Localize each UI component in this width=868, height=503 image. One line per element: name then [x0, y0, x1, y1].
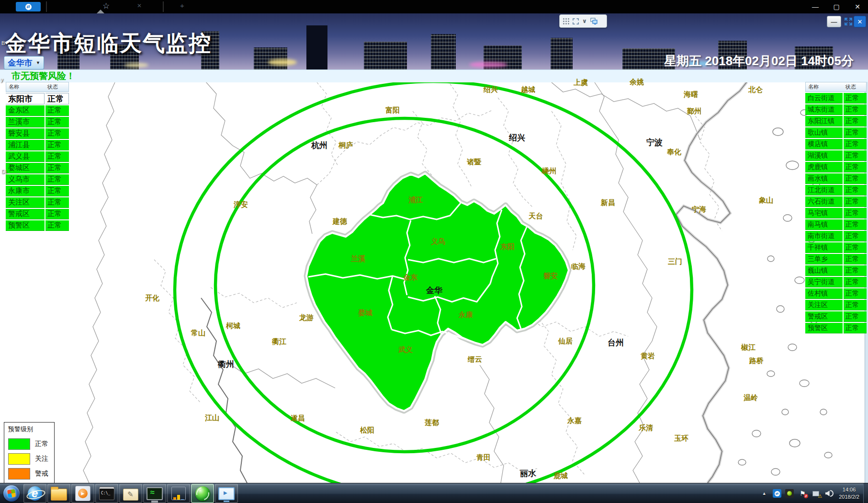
table-row[interactable]: 兰溪市 正常 — [6, 117, 69, 127]
map-label: 北仑 — [748, 85, 763, 94]
table-row[interactable]: 磐安县 正常 — [6, 128, 69, 139]
map-city-label: 绍兴 — [509, 132, 525, 143]
row-name: 南马镇 — [805, 219, 843, 230]
row-status: 正常 — [844, 311, 867, 322]
skyline-building — [254, 47, 287, 69]
new-tab-icon[interactable]: + — [180, 1, 184, 10]
grid-icon[interactable] — [563, 18, 569, 24]
coastline — [676, 82, 747, 483]
row-name: 关注区 — [805, 300, 843, 310]
table-row[interactable]: 虎鹿镇 正常 — [805, 162, 867, 172]
volume-icon[interactable] — [824, 489, 834, 498]
table-row[interactable]: 马宅镇 正常 — [805, 208, 867, 218]
table-row[interactable]: 歌山镇 正常 — [805, 127, 867, 138]
city-selector-label: 金华市 — [4, 57, 36, 69]
table-row[interactable]: 城东街道 正常 — [805, 104, 867, 115]
app-icon — [147, 487, 163, 500]
skyline-building — [431, 34, 456, 69]
remote-session-tabbar: ☆ ✕ + — ▢ ✕ — [0, 0, 868, 13]
map-label: 嵊州 — [542, 167, 556, 176]
map-city-label: 宁波 — [646, 137, 663, 148]
action-center-flag-icon[interactable] — [798, 489, 807, 498]
table-row[interactable]: 金东区 正常 — [6, 105, 69, 116]
table-row[interactable]: 关注区 正常 — [6, 197, 69, 208]
table-row[interactable]: 关注区 正常 — [805, 300, 867, 310]
city-selector-dropdown[interactable]: 金华市 ▼ — [4, 56, 44, 69]
taskbar-clock[interactable]: 14:06 2018/2/2 — [839, 486, 859, 501]
table-row[interactable]: 警戒区 正常 — [6, 209, 69, 219]
app-icon — [28, 486, 42, 501]
taskbar-dev-tools[interactable] — [119, 484, 142, 503]
map-label: 江山 — [205, 413, 219, 423]
app-minimize-button[interactable]: — — [827, 16, 841, 27]
warning-level-legend: 预警级别 正常 关注 警戒 — [4, 422, 55, 490]
row-name: 马宅镇 — [805, 208, 843, 218]
map-label: 玉环 — [674, 434, 688, 443]
map-label: 义乌 — [431, 237, 445, 246]
table-row[interactable]: 警戒区 正常 — [805, 311, 867, 322]
app-close-button[interactable]: ✕ — [854, 16, 866, 27]
taskbar-weather-monitor[interactable] — [191, 484, 214, 503]
tray-hidden-icons-arrow[interactable] — [759, 489, 769, 498]
table-row[interactable]: 武义县 正常 — [6, 151, 69, 162]
taskbar-chart-app[interactable] — [167, 484, 190, 503]
table-row[interactable]: 东阳市 正常 — [6, 93, 69, 104]
map-label: 黄岩 — [641, 352, 655, 361]
table-row[interactable]: 江北街道 正常 — [805, 185, 867, 195]
table-row[interactable]: 巍山镇 正常 — [805, 265, 867, 276]
table-row[interactable]: 湖溪镇 正常 — [805, 150, 867, 161]
table-row[interactable]: 六石街道 正常 — [805, 196, 867, 207]
start-button[interactable] — [0, 484, 23, 503]
table-row[interactable]: 佐村镇 正常 — [805, 288, 867, 299]
map-label: 新昌 — [601, 198, 615, 207]
row-status: 正常 — [45, 174, 69, 185]
app-resize-arrows-icon[interactable] — [843, 16, 854, 26]
taskbar-internet-explorer[interactable] — [23, 484, 46, 503]
taskbar-screen-player[interactable] — [215, 484, 238, 503]
tray-icons — [757, 489, 836, 498]
table-row[interactable]: 婺城区 正常 — [6, 163, 69, 173]
table-row[interactable]: 预警区 正常 — [6, 220, 69, 231]
taskbar-command-prompt[interactable] — [95, 484, 118, 503]
window-close-button[interactable]: ✕ — [847, 0, 868, 13]
desktop-icon-label-fragment: y — [0, 77, 3, 82]
map-label: 临海 — [571, 262, 586, 271]
map-label: 绍兴 — [484, 85, 498, 94]
taskbar-system-monitor[interactable] — [143, 484, 166, 503]
map-label: 桐庐 — [338, 141, 353, 150]
table-row[interactable]: 预警区 正常 — [805, 323, 867, 333]
window-minimize-button[interactable]: — — [805, 0, 826, 13]
map-label: 鄞州 — [687, 107, 701, 116]
network-warning-icon[interactable] — [811, 489, 821, 498]
nvidia-tray-icon[interactable] — [785, 489, 794, 498]
table-row[interactable]: 画水镇 正常 — [805, 173, 867, 184]
table-row[interactable]: 永康市 正常 — [6, 186, 69, 196]
tab-close-icon[interactable]: ✕ — [137, 2, 142, 9]
table-row[interactable]: 吴宁街道 正常 — [805, 277, 867, 287]
chevron-down-icon[interactable]: ∨ — [582, 19, 587, 23]
expand-icon[interactable] — [572, 18, 579, 25]
clock-time: 14:06 — [839, 486, 859, 493]
table-row[interactable]: 白云街道 正常 — [805, 93, 867, 103]
monitors-icon[interactable] — [590, 17, 598, 25]
legend-color-swatch — [8, 438, 30, 450]
table-row[interactable]: 千祥镇 正常 — [805, 242, 867, 253]
table-row[interactable]: 三单乡 正常 — [805, 254, 867, 264]
teamviewer-tray-icon[interactable] — [773, 489, 781, 498]
window-maximize-button[interactable]: ▢ — [826, 0, 847, 13]
table-row[interactable]: 东阳江镇 正常 — [805, 116, 867, 126]
teamviewer-tab-icon[interactable] — [16, 2, 41, 11]
table-row[interactable]: 南市街道 正常 — [805, 231, 867, 241]
app-icon — [75, 486, 90, 501]
row-status: 正常 — [45, 186, 69, 196]
table-row[interactable]: 横店镇 正常 — [805, 139, 867, 149]
show-desktop-button[interactable] — [863, 483, 868, 503]
map-label: 诸暨 — [467, 158, 481, 167]
app-icon — [171, 487, 186, 500]
table-row[interactable]: 南马镇 正常 — [805, 219, 867, 230]
table-row[interactable]: 浦江县 正常 — [6, 140, 69, 150]
legend-item-label: 正常 — [35, 440, 48, 448]
taskbar-media-player[interactable] — [71, 484, 94, 503]
taskbar-file-explorer[interactable] — [47, 484, 70, 503]
table-row[interactable]: 义乌市 正常 — [6, 174, 69, 185]
